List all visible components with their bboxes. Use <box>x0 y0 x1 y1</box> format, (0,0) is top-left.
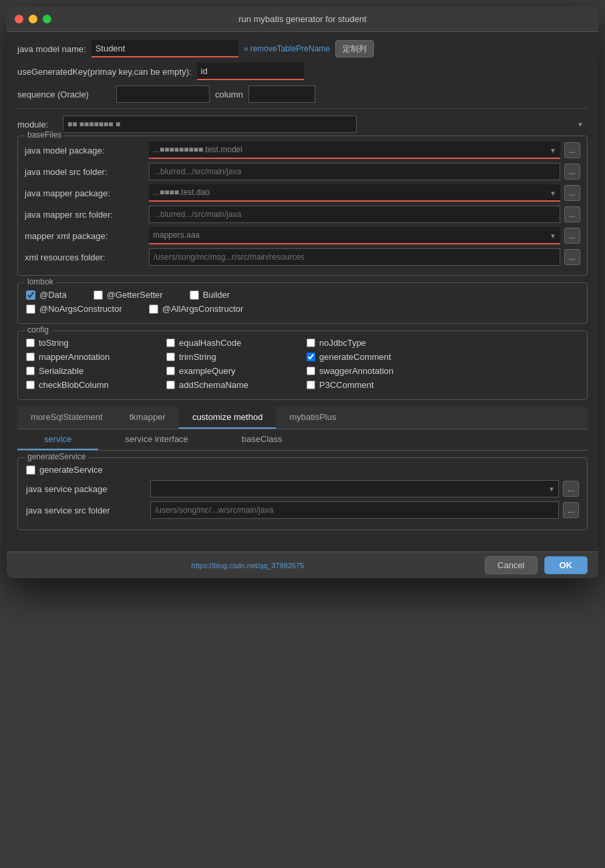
form-content: java model name: removeTablePreName 定制列 … <box>7 32 598 545</box>
add-schema-checkbox[interactable] <box>166 381 175 389</box>
tab-customize-method[interactable]: customize method <box>179 407 276 429</box>
sequence-row: sequence (Oracle) column <box>17 85 588 103</box>
all-args-label: @AllArgsConstructor <box>162 304 244 314</box>
p3c-comment-group: P3CComment <box>307 380 447 390</box>
java-model-name-input[interactable] <box>91 40 238 57</box>
module-row: module: ■■ ■■■■■■■ ■ ▼ <box>17 113 588 136</box>
generate-service-section-label: generateService <box>25 452 88 461</box>
trim-string-group: trimString <box>166 352 307 362</box>
config-row-1: toString equalHashCode noJdbcType <box>26 338 579 348</box>
no-args-checkbox[interactable] <box>26 304 35 314</box>
sequence-input[interactable] <box>116 85 210 103</box>
tab-tkmapper[interactable]: tkmapper <box>116 407 179 429</box>
mapper-annotation-label: mapperAnnotation <box>39 352 110 362</box>
column-label: column <box>215 89 243 99</box>
ok-button[interactable]: OK <box>544 556 588 574</box>
java-mapper-pkg-browse[interactable]: ... <box>564 185 580 201</box>
java-model-src-browse[interactable]: ... <box>564 164 580 180</box>
java-mapper-src-browse[interactable]: ... <box>564 206 580 222</box>
xml-resources-browse[interactable]: ... <box>564 249 580 265</box>
tab-more-sql[interactable]: moreSqlStatement <box>17 407 116 429</box>
minimize-button[interactable] <box>29 15 37 23</box>
java-model-pkg-row: java model package: ...■■■■■■■■■.test.mo… <box>25 142 580 159</box>
xml-resources-row: xml resources folder: ... <box>25 248 580 266</box>
generate-service-label: generateService <box>39 465 103 475</box>
config-section: config toString equalHashCode noJdbcType <box>17 331 588 400</box>
sub-tab-service[interactable]: service <box>17 429 98 450</box>
no-args-label: @NoArgsConstructor <box>39 304 122 314</box>
java-model-src-row: java model src folder: ... <box>25 163 580 180</box>
java-model-pkg-label: java model package: <box>25 146 145 156</box>
config-row-4: checkBlobColumn addSchemaName P3CComment <box>26 380 579 390</box>
primary-key-label: useGeneratedKey(primay key,can be empty)… <box>17 67 192 77</box>
java-mapper-pkg-label: java mapper package: <box>25 188 145 198</box>
module-label: module: <box>17 120 57 130</box>
sub-tab-service-interface[interactable]: service interface <box>98 429 215 450</box>
lombok-row-2: @NoArgsConstructor @AllArgsConstructor <box>26 304 579 314</box>
serializable-group: Serializable <box>26 366 166 376</box>
maximize-button[interactable] <box>43 15 51 23</box>
xml-resources-input[interactable] <box>149 248 560 266</box>
sub-tab-base-class[interactable]: baseClass <box>215 429 309 450</box>
serializable-label: Serializable <box>39 366 83 376</box>
java-service-pkg-browse[interactable]: ... <box>563 481 579 497</box>
data-checkbox-group: @Data <box>26 290 67 300</box>
swagger-annotation-checkbox[interactable] <box>307 367 315 375</box>
java-model-src-input[interactable] <box>149 163 560 180</box>
generate-service-checkbox[interactable] <box>26 465 35 475</box>
basefiles-section: baseFiles java model package: ...■■■■■■■… <box>17 136 588 276</box>
customize-column-button[interactable]: 定制列 <box>335 40 374 57</box>
java-model-name-row: java model name: removeTablePreName 定制列 <box>17 40 588 57</box>
java-service-src-browse[interactable]: ... <box>563 502 579 518</box>
check-blob-group: checkBlobColumn <box>26 380 166 390</box>
java-service-pkg-label: java service package <box>26 484 146 494</box>
remove-table-pre-name-link[interactable]: removeTablePreName <box>244 44 330 53</box>
cancel-button[interactable]: Cancel <box>485 556 537 574</box>
example-query-checkbox[interactable] <box>166 367 175 375</box>
java-mapper-pkg-select[interactable]: ...■■■■.test.dao <box>149 184 560 202</box>
generate-comment-checkbox[interactable] <box>307 353 315 361</box>
window-title: run mybatis generator for student <box>238 14 367 24</box>
serializable-checkbox[interactable] <box>26 367 35 375</box>
example-query-label: exampleQuery <box>179 366 236 376</box>
getter-setter-label: @GetterSetter <box>107 290 163 300</box>
mapper-annotation-group: mapperAnnotation <box>26 352 166 362</box>
equal-hashcode-checkbox[interactable] <box>166 339 175 347</box>
p3c-comment-checkbox[interactable] <box>307 381 315 389</box>
module-select-arrow: ▼ <box>577 121 584 128</box>
divider-1 <box>17 108 588 109</box>
sub-tabs-row: service service interface baseClass <box>17 429 588 451</box>
generate-comment-group: generateComment <box>307 352 447 362</box>
java-model-pkg-select[interactable]: ...■■■■■■■■■.test.model <box>149 142 560 159</box>
column-input[interactable] <box>248 85 315 103</box>
java-mapper-src-input[interactable] <box>149 206 560 223</box>
tab-mybatis-plus[interactable]: mybatisPlus <box>276 407 349 429</box>
no-jdbc-type-group: noJdbcType <box>307 338 447 348</box>
primary-key-input[interactable] <box>197 63 304 80</box>
tostring-checkbox[interactable] <box>26 339 35 347</box>
no-jdbc-type-checkbox[interactable] <box>307 339 315 347</box>
lombok-row-1: @Data @GetterSetter Builder <box>26 290 579 300</box>
config-row-3: Serializable exampleQuery swaggerAnnotat… <box>26 366 579 376</box>
mapper-annotation-checkbox[interactable] <box>26 353 35 361</box>
all-args-checkbox[interactable] <box>149 304 158 314</box>
mapper-xml-pkg-browse[interactable]: ... <box>564 228 580 244</box>
trim-string-checkbox[interactable] <box>166 353 175 361</box>
close-button[interactable] <box>15 15 23 23</box>
footer-url: https://blog.csdn.net/qq_37892675 <box>192 562 305 570</box>
builder-checkbox[interactable] <box>190 290 199 300</box>
java-service-pkg-select[interactable] <box>150 480 559 497</box>
module-select[interactable]: ■■ ■■■■■■■ ■ <box>63 116 357 133</box>
lombok-section-label: lombok <box>25 277 56 286</box>
mapper-xml-pkg-select[interactable]: mappers.aaa <box>149 227 560 244</box>
java-model-pkg-browse[interactable]: ... <box>564 142 580 158</box>
trim-string-label: trimString <box>179 352 216 362</box>
mapper-xml-pkg-row: mapper xml package: mappers.aaa ▼ ... <box>25 227 580 244</box>
generate-service-section: generateService generateService java ser… <box>17 457 588 530</box>
generate-service-checkbox-group: generateService <box>26 465 579 475</box>
check-blob-checkbox[interactable] <box>26 381 35 389</box>
java-service-src-input[interactable] <box>150 501 559 519</box>
data-checkbox[interactable] <box>26 290 35 300</box>
getter-setter-checkbox[interactable] <box>93 290 103 300</box>
no-args-checkbox-group: @NoArgsConstructor <box>26 304 122 314</box>
